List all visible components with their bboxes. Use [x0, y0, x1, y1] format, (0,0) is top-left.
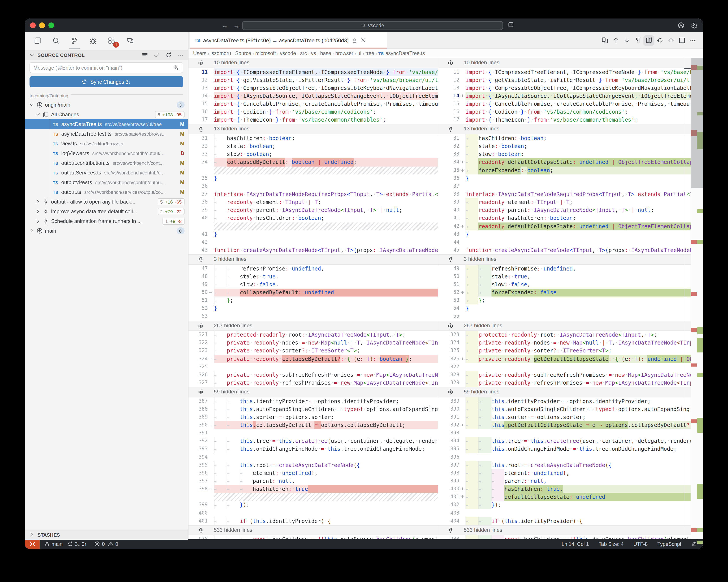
breadcrumb-item[interactable]: vs	[311, 51, 316, 56]
code-line-329[interactable]: 329→private·readonly·refreshPromises·=·n…	[438, 379, 690, 387]
scm-file-logViewer.ts[interactable]: TSlogViewer.tssrc/vs/workbench/contrib/o…	[25, 149, 188, 158]
code-line-391[interactable]: 391→→this.sorter·=·options.sorter;	[438, 413, 690, 421]
code-line-16[interactable]: 16import·{·Codicon·}·from·'vs/base/commo…	[438, 108, 690, 116]
code-line-327[interactable]: 327	[438, 363, 690, 371]
stashes-section[interactable]: STASHES	[25, 530, 188, 539]
hidden-lines-separator[interactable]: 10 hidden lines	[438, 58, 690, 68]
code-line-400[interactable]: 400+→→→hasChildren:·true,	[438, 485, 690, 493]
chevron-down-icon[interactable]	[29, 52, 34, 58]
scm-file-asyncDataTree.test.ts[interactable]: TSasyncDataTree.test.tssrc/vs/base/test/…	[25, 129, 188, 139]
code-line-14[interactable]: 14–import·{·IAsyncDataSource,·ICollapseS…	[188, 92, 438, 100]
code-line-390[interactable]: 390–→→this.collapseByDefault·=·options.c…	[188, 421, 438, 429]
breadcrumb-item[interactable]: vscode	[280, 51, 296, 56]
code-line-38[interactable]: 38interface·IAsyncDataTreeNodeRequiredPr…	[438, 190, 690, 198]
code-line-15[interactable]: 15import·{·CancelablePromise,·createCanc…	[438, 100, 690, 108]
code-line-32[interactable]: 32→stale:·boolean;	[438, 142, 690, 150]
notifications-bell-icon[interactable]	[691, 541, 697, 547]
close-tab-icon[interactable]	[360, 37, 366, 43]
breadcrumb-item[interactable]: ui	[357, 51, 361, 56]
code-line-55[interactable]: 55	[438, 312, 690, 321]
unfold-icon[interactable]	[198, 257, 204, 262]
breadcrumb-file[interactable]: asyncDataTree.ts	[385, 51, 425, 56]
code-line-52[interactable]: 52+→→forceExpanded:·false	[438, 288, 690, 297]
unfold-icon[interactable]	[448, 60, 453, 66]
code-line-12[interactable]: 12import·{·getVisibleState,·isFilterResu…	[438, 76, 690, 84]
code-line-41[interactable]: 41→readonly·hasChildren:·boolean;	[438, 214, 690, 222]
scm-group-main[interactable]: main0	[25, 226, 188, 236]
code-line-43[interactable]: 43function·createAsyncDataTreeNode<TInpu…	[188, 246, 438, 254]
scm-file-view.ts[interactable]: TSview.tssrc/vs/editor/browserM	[25, 139, 188, 149]
scm-commit-improve-async-data-tree-[interactable]: improve async data tree default coll...2…	[25, 207, 188, 216]
account-icon[interactable]	[678, 22, 684, 29]
code-line-401[interactable]: 401→→if·(this.identityProvider)·{	[188, 517, 438, 525]
code-line-399[interactable]: 399→→});	[188, 501, 438, 509]
code-line-52[interactable]: 52}	[188, 305, 438, 312]
remote-indicator[interactable]	[25, 539, 40, 549]
code-line-39[interactable]: 39→readonly·element:·TInput·|·T;	[438, 198, 690, 206]
code-line-39[interactable]: 39→readonly·parent:·IAsyncDataTreeNode<T…	[188, 206, 438, 214]
hidden-lines-separator[interactable]: 3 hidden lines	[438, 254, 690, 264]
unfold-icon[interactable]	[198, 323, 204, 329]
render-whitespace-icon[interactable]	[632, 35, 643, 46]
activity-explorer-icon[interactable]	[31, 34, 44, 47]
code-line-53[interactable]: 53→};	[438, 297, 690, 304]
code-line-325[interactable]: 325→private·readonly·sorter?:·ITreeSorte…	[438, 347, 690, 355]
scm-group-All-Changes[interactable]: All Changes8+103-95	[25, 110, 188, 119]
activity-run-and-debug-icon[interactable]	[86, 34, 100, 47]
unfold-icon[interactable]	[448, 527, 453, 533]
code-line-32[interactable]: 32→stale:·boolean;	[188, 142, 438, 150]
scm-commit-Schedule-animation-frame[interactable]: Schedule animation frame runners in ...1…	[25, 216, 188, 226]
activity-search-icon[interactable]	[49, 34, 62, 47]
unfold-icon[interactable]	[448, 257, 453, 262]
hidden-lines-separator[interactable]: 267 hidden lines	[438, 321, 690, 331]
code-line-11[interactable]: 11import·{·ICompressedTreeElement,·IComp…	[188, 68, 438, 76]
code-line-403[interactable]: 403	[438, 509, 690, 517]
code-line-387[interactable]: 387→→this.identityProvider·=·options.ide…	[188, 397, 438, 405]
settings-gear-icon[interactable]	[691, 22, 698, 29]
code-line-323[interactable]: 323→protected·readonly·root:·IAsyncDataT…	[438, 331, 690, 339]
inline-view-icon[interactable]	[654, 35, 665, 46]
forward-button[interactable]: →	[231, 22, 242, 29]
code-line-40[interactable]: 40→readonly·parent:·IAsyncDataTreeNode<T…	[438, 206, 690, 214]
code-line-326[interactable]: 326+→private·readonly·getDefaultCollapse…	[438, 355, 690, 363]
command-center[interactable]: vscode	[242, 21, 503, 30]
sparkle-icon[interactable]	[173, 65, 179, 71]
code-line-31[interactable]: 31→hasChildren:·boolean;	[188, 134, 438, 142]
code-line-47[interactable]: 47→→refreshPromise:·undefined,	[188, 264, 438, 273]
code-line-400[interactable]: 400	[188, 509, 438, 517]
scm-commit-output-allow-to-open-any[interactable]: output - allow to open any file back...5…	[25, 197, 188, 207]
hidden-lines-separator[interactable]: 267 hidden lines	[188, 321, 438, 331]
code-line-392[interactable]: 392+→→this.getDefaultCollapseState·=·e·⇒…	[438, 421, 690, 429]
breadcrumb-item[interactable]: browser	[335, 51, 354, 56]
code-line-35[interactable]: 35}	[188, 174, 438, 182]
code-line-38[interactable]: 38→readonly·element:·TInput·|·T;	[188, 198, 438, 206]
commit-check-icon[interactable]	[154, 52, 160, 58]
code-line-34[interactable]: 34+→readonly·defaultCollapseState:·undef…	[438, 158, 690, 166]
breadcrumb[interactable]: Users›lszomoru›Source›microsoft›vscode›s…	[188, 49, 703, 58]
code-line-394[interactable]: 394→→this.tree·=·this.createTree(user,·c…	[438, 437, 690, 445]
hidden-lines-separator[interactable]: 533 hidden lines	[438, 525, 690, 535]
problems-status-item[interactable]: 0 0	[95, 541, 118, 547]
code-line-938[interactable]: 938→→→const·hasChildren·=·!!this.dataSou…	[438, 535, 690, 539]
diff-modified-pane[interactable]: 10 hidden lines11import·{·ICompressedTre…	[438, 58, 690, 539]
code-line-54[interactable]: 54}	[438, 305, 690, 312]
unfold-icon[interactable]	[448, 389, 453, 395]
close-button[interactable]	[30, 23, 35, 28]
code-line-389[interactable]: 389→→this.identityProvider·=·options.ide…	[438, 397, 690, 405]
hidden-lines-separator[interactable]: 59 hidden lines	[188, 387, 438, 397]
breadcrumb-item[interactable]: base	[320, 51, 331, 56]
diff-overview-ruler[interactable]	[690, 58, 703, 539]
hidden-lines-separator[interactable]: 13 hidden lines	[438, 124, 690, 134]
open-changes-icon[interactable]	[599, 35, 610, 46]
code-line-328[interactable]: 328→private·readonly·subTreeRefreshPromi…	[438, 371, 690, 379]
code-line-402[interactable]: 402→→});	[438, 501, 690, 509]
previous-change-icon[interactable]	[610, 35, 621, 46]
unfold-icon[interactable]	[198, 60, 204, 66]
code-line-324[interactable]: 324–→private·readonly·collapseByDefault?…	[188, 355, 438, 363]
scm-file-output.contribution.ts[interactable]: TSoutput.contribution.tssrc/vs/workbench…	[25, 158, 188, 168]
code-line-33[interactable]: 33→slow:·boolean;	[188, 150, 438, 158]
code-line-393[interactable]: 393	[438, 429, 690, 437]
tab-size-item[interactable]: Tab Size: 4	[599, 541, 624, 547]
code-line-321[interactable]: 321→protected·readonly·root:·IAsyncDataT…	[188, 331, 438, 339]
code-line-326[interactable]: 326→private·readonly·subTreeRefreshPromi…	[188, 371, 438, 379]
